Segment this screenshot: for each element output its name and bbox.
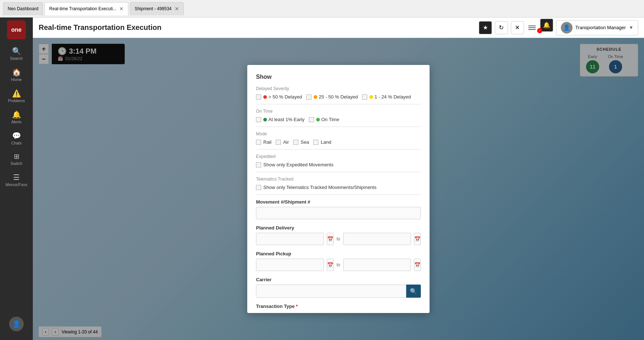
- filter-at-least-early: At least 1% Early: [256, 117, 304, 122]
- modal-overlay: Show Delayed Severity > 50 % Delayed: [33, 38, 644, 340]
- page-title: Real-time Transportation Execution: [39, 23, 162, 32]
- tab-shipment-close[interactable]: ✕: [175, 6, 179, 12]
- date-to-label-2: to: [337, 262, 340, 267]
- carrier-label: Carrier: [256, 277, 421, 282]
- label-on-time: On Time: [316, 117, 339, 122]
- label-sea: Sea: [300, 139, 309, 145]
- carrier-row: 🔍: [256, 285, 421, 298]
- on-time-section-label: On Time: [256, 109, 421, 114]
- movement-input[interactable]: [256, 207, 421, 219]
- switch-icon: ⊞: [14, 152, 19, 161]
- mode-options: Rail Air Sea Land: [256, 139, 421, 145]
- filter-delayed-25-50: 25 - 50 % Delayed: [306, 94, 358, 100]
- planned-pickup-range: 📅 to 📅: [256, 259, 421, 271]
- expedited-section-label: Expedited: [256, 154, 421, 159]
- checkbox-expedited[interactable]: [256, 162, 261, 167]
- menu-button[interactable]: [527, 24, 537, 31]
- sidebar-item-menus[interactable]: ☰ Menus/Favs: [2, 170, 31, 190]
- planned-pickup-from-input[interactable]: [256, 259, 324, 271]
- planned-delivery-to-input[interactable]: [343, 233, 411, 245]
- checkbox-on-time[interactable]: [309, 117, 314, 122]
- planned-delivery-from-calendar[interactable]: 📅: [327, 233, 334, 245]
- alerts-icon: 🔔: [12, 110, 21, 119]
- sidebar-switch-label: Switch: [11, 161, 22, 166]
- sidebar-problems-label: Problems: [8, 98, 25, 103]
- planned-delivery-to-calendar[interactable]: 📅: [414, 233, 421, 245]
- sidebar-chats-label: Chats: [11, 141, 22, 145]
- notification-badge: !: [537, 28, 542, 33]
- filter-on-time: On Time: [309, 117, 339, 122]
- label-delayed-1-24: 1 - 24 % Delayed: [369, 94, 411, 100]
- sidebar-profile[interactable]: 👤: [2, 314, 31, 334]
- sidebar-item-chats[interactable]: 💬 Chats: [2, 128, 31, 148]
- carrier-input[interactable]: [256, 285, 406, 298]
- required-indicator: *: [296, 304, 298, 309]
- profile-avatar: 👤: [9, 317, 24, 331]
- tab-rte-close[interactable]: ✕: [119, 6, 124, 12]
- sidebar-home-label: Home: [11, 77, 22, 82]
- filter-mode-sea: Sea: [293, 139, 309, 145]
- sidebar-logo: one: [7, 20, 26, 39]
- tab-neo[interactable]: Neo Dashboard: [3, 2, 43, 15]
- checkbox-delayed-1-24[interactable]: [362, 94, 367, 100]
- planned-delivery-field: Planned Delivery 📅 to 📅: [256, 225, 421, 245]
- label-land: Land: [321, 139, 331, 145]
- divider-4: [256, 172, 421, 172]
- checkbox-sea[interactable]: [293, 140, 298, 145]
- checkbox-land[interactable]: [313, 140, 318, 145]
- dot-at-least-early: [263, 118, 267, 121]
- checkbox-air[interactable]: [276, 140, 281, 145]
- tab-rte[interactable]: Real-time Transportation Executi... ✕: [44, 2, 128, 15]
- delayed-severity-options: > 50 % Delayed 25 - 50 % Delayed: [256, 94, 421, 100]
- sidebar-item-home[interactable]: 🏠 Home: [2, 65, 31, 85]
- checkbox-delayed-25-50[interactable]: [306, 94, 311, 100]
- carrier-search-button[interactable]: 🔍: [406, 285, 421, 298]
- tab-rte-label: Real-time Transportation Executi...: [49, 6, 116, 11]
- label-delayed-50-plus: > 50 % Delayed: [263, 94, 302, 100]
- close-button[interactable]: ✕: [511, 21, 524, 34]
- sidebar-item-alerts[interactable]: 🔔 Alerts: [2, 107, 31, 127]
- planned-pickup-to-input[interactable]: [343, 259, 411, 271]
- user-name: Transportation Manager: [575, 25, 626, 30]
- sidebar-item-switch[interactable]: ⊞ Switch: [2, 150, 31, 169]
- user-dropdown[interactable]: 👤 Transportation Manager ▼: [556, 20, 638, 35]
- checkbox-rail[interactable]: [256, 140, 261, 145]
- sidebar: one 🔍 Search 🏠 Home ⚠️ Problems 🔔 Alerts…: [0, 18, 33, 340]
- filter-telematics: Show only Telematics Tracked Movements/S…: [256, 185, 421, 190]
- menu-line-2: [528, 27, 536, 28]
- user-avatar: 👤: [561, 22, 573, 34]
- sidebar-menus-label: Menus/Favs: [5, 182, 27, 187]
- dot-delayed-1-24: [369, 95, 373, 99]
- checkbox-telematics[interactable]: [256, 185, 261, 190]
- sidebar-alerts-label: Alerts: [11, 120, 22, 124]
- checkbox-at-least-early[interactable]: [256, 117, 261, 122]
- problems-icon: ⚠️: [12, 89, 21, 98]
- planned-delivery-from-input[interactable]: [256, 233, 324, 245]
- filter-modal: Show Delayed Severity > 50 % Delayed: [247, 65, 430, 313]
- favorite-button[interactable]: ★: [479, 21, 492, 34]
- filter-expedited: Show only Expedited Movements: [256, 162, 421, 167]
- label-telematics: Show only Telematics Tracked Movements/S…: [263, 185, 376, 190]
- tab-neo-label: Neo Dashboard: [8, 6, 38, 11]
- on-time-options: At least 1% Early On Time: [256, 117, 421, 122]
- filter-mode-rail: Rail: [256, 139, 271, 145]
- sidebar-item-search[interactable]: 🔍 Search: [2, 44, 31, 63]
- planned-pickup-label: Planned Pickup: [256, 251, 421, 256]
- browser-chrome: Neo Dashboard Real-time Transportation E…: [0, 0, 644, 18]
- planned-pickup-from-calendar[interactable]: 📅: [327, 259, 334, 271]
- tab-shipment[interactable]: Shipment - 499534 ✕: [130, 2, 183, 15]
- planned-pickup-to-calendar[interactable]: 📅: [414, 259, 421, 271]
- sidebar-item-problems[interactable]: ⚠️ Problems: [2, 86, 31, 106]
- modal-title: Show: [256, 74, 421, 80]
- checkbox-delayed-50-plus[interactable]: [256, 94, 261, 100]
- filter-delayed-50-plus: > 50 % Delayed: [256, 94, 302, 100]
- tab-shipment-label: Shipment - 499534: [135, 6, 171, 11]
- dot-delayed-25-50: [314, 95, 317, 99]
- transaction-type-field: Transaction Type *: [256, 304, 421, 309]
- map-container: + − 🕒 3:14 PM 📅 01/26/22 SCHEDULE: [33, 38, 644, 340]
- refresh-button[interactable]: ↻: [495, 21, 508, 34]
- menu-line-3: [528, 29, 536, 30]
- app-header: Real-time Transportation Execution ★ ↻ ✕…: [33, 18, 644, 38]
- carrier-field: Carrier 🔍: [256, 277, 421, 298]
- label-rail: Rail: [263, 139, 271, 145]
